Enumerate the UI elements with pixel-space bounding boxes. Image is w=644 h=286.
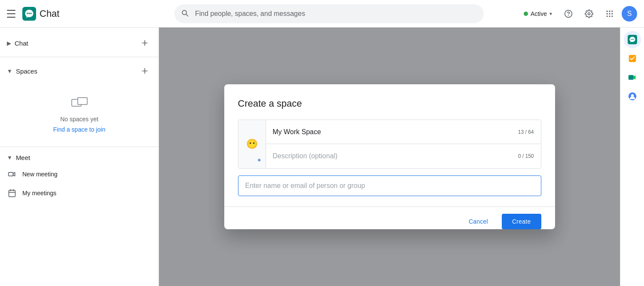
create-space-modal: Create a space 😶 + 13 / 64	[224, 84, 555, 229]
my-meetings-label: My meetings	[22, 190, 56, 197]
search-bar	[174, 4, 484, 23]
far-right-panel	[620, 28, 644, 286]
meet-expand-icon: ▼	[7, 154, 12, 161]
chevron-down-icon: ▾	[549, 11, 552, 17]
video-icon	[7, 169, 17, 179]
meet-section: ▼ Meet New meeting	[0, 149, 159, 204]
svg-point-21	[632, 39, 632, 40]
svg-point-8	[607, 13, 608, 14]
svg-rect-17	[9, 172, 13, 176]
spaces-section-header-left: ▼ Spaces	[7, 68, 37, 75]
section-divider-1	[0, 57, 159, 57]
search-icon	[180, 9, 189, 19]
topbar-right: Active ▾	[519, 5, 637, 22]
space-desc-row: 0 / 150	[266, 144, 541, 168]
cancel-button[interactable]: Cancel	[458, 214, 498, 229]
emoji-picker-button[interactable]: 😶 +	[238, 120, 266, 168]
section-divider-2	[0, 147, 159, 147]
people-input[interactable]	[245, 182, 534, 190]
status-label: Active	[531, 10, 547, 17]
new-chat-button[interactable]	[138, 36, 152, 50]
svg-point-3	[30, 12, 31, 14]
meet-section-header[interactable]: ▼ Meet	[0, 151, 159, 165]
sidebar: ▶ Chat ▼ Spaces	[0, 28, 159, 286]
space-input-area: 😶 + 13 / 64 0 / 150	[238, 120, 541, 169]
space-fields: 13 / 64 0 / 150	[266, 120, 541, 168]
svg-rect-15	[78, 98, 87, 105]
svg-point-11	[607, 15, 608, 17]
svg-rect-18	[9, 190, 15, 197]
far-right-chat-button[interactable]	[624, 31, 641, 48]
svg-rect-24	[628, 75, 633, 80]
chat-section-label: Chat	[15, 40, 28, 47]
new-meeting-item[interactable]: New meeting	[0, 165, 159, 184]
app-name: Chat	[40, 8, 59, 19]
chat-logo-icon	[22, 7, 36, 21]
modal-title: Create a space	[238, 98, 541, 109]
status-indicator[interactable]: Active ▾	[519, 8, 556, 20]
spaces-expand-icon: ▼	[7, 68, 12, 74]
spaces-empty-state: No spaces yet Find a space to join	[0, 81, 159, 143]
far-right-tasks-button[interactable]	[624, 50, 641, 67]
svg-point-1	[27, 12, 28, 14]
help-button[interactable]	[560, 5, 577, 22]
chat-section-header-left: ▶ Chat	[7, 40, 28, 47]
topbar-left: Chat	[7, 7, 166, 21]
svg-point-9	[609, 13, 610, 14]
meet-section-label: Meet	[16, 154, 30, 161]
spaces-empty-icon	[69, 92, 90, 112]
space-name-input[interactable]	[273, 128, 518, 136]
spaces-empty-text: No spaces yet	[60, 116, 98, 123]
svg-point-20	[631, 39, 632, 40]
svg-point-2	[28, 12, 30, 14]
status-dot	[524, 12, 528, 16]
menu-icon[interactable]	[7, 9, 17, 19]
search-input[interactable]	[174, 4, 484, 23]
space-description-input[interactable]	[273, 152, 518, 160]
new-space-button[interactable]	[138, 64, 152, 78]
space-name-char-count: 13 / 64	[518, 129, 534, 135]
topbar: Chat Active ▾	[0, 0, 644, 28]
space-name-row: 13 / 64	[266, 120, 541, 144]
svg-point-5	[607, 10, 608, 12]
main-content: ▶ Chat ▼ Spaces	[0, 28, 644, 286]
apps-button[interactable]	[601, 5, 618, 22]
create-button[interactable]: Create	[502, 214, 541, 229]
chat-expand-icon: ▶	[7, 40, 11, 46]
settings-button[interactable]	[580, 5, 598, 22]
svg-point-7	[611, 10, 613, 12]
space-desc-char-count: 0 / 150	[518, 153, 534, 159]
far-right-meet-button[interactable]	[624, 69, 641, 86]
meet-section-header-left: ▼ Meet	[7, 154, 30, 161]
right-panel: Create a space 😶 + 13 / 64	[159, 28, 644, 286]
avatar[interactable]: S	[622, 6, 637, 22]
spaces-section-label: Spaces	[16, 68, 37, 75]
people-input-wrap	[238, 175, 541, 196]
svg-point-22	[633, 39, 634, 40]
svg-point-13	[611, 15, 613, 17]
app-logo: Chat	[22, 7, 59, 21]
chat-section: ▶ Chat	[0, 31, 159, 55]
svg-point-6	[609, 10, 610, 12]
emoji-plus-icon: +	[257, 157, 261, 163]
svg-point-10	[611, 13, 613, 14]
svg-point-12	[609, 15, 610, 17]
find-space-link[interactable]: Find a space to join	[53, 126, 105, 133]
far-right-profile-button[interactable]	[624, 88, 641, 105]
modal-overlay: Create a space 😶 + 13 / 64	[159, 28, 620, 286]
chat-section-header[interactable]: ▶ Chat	[0, 33, 159, 53]
emoji-icon: 😶	[246, 138, 258, 150]
my-meetings-item[interactable]: My meetings	[0, 184, 159, 203]
new-meeting-label: New meeting	[22, 171, 58, 178]
spaces-section: ▼ Spaces No spaces yet Find a space to	[0, 59, 159, 145]
spaces-section-header[interactable]: ▼ Spaces	[0, 61, 159, 81]
modal-footer: Cancel Create	[224, 206, 555, 229]
calendar-icon	[7, 188, 17, 198]
